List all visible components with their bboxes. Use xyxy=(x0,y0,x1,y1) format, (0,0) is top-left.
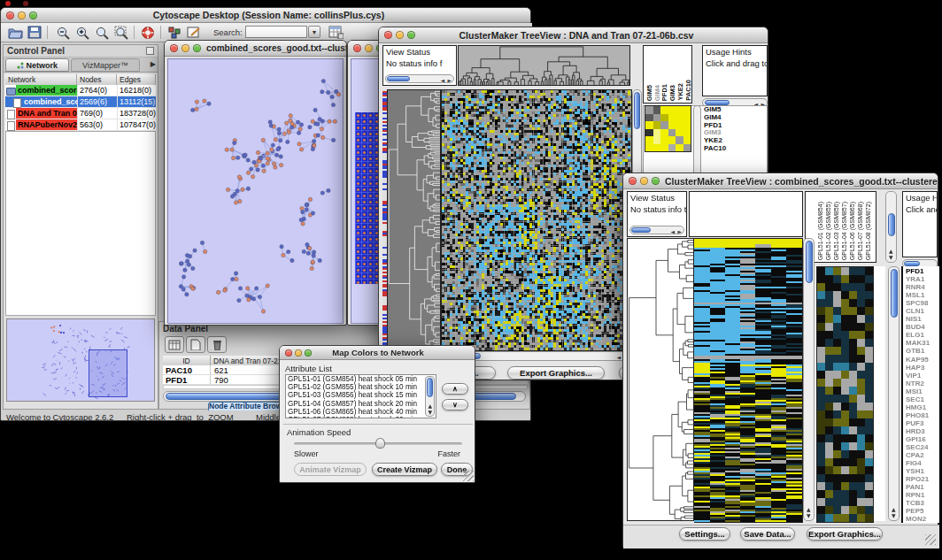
attribute-list-item[interactable]: GPL51-01 (GSM854) heat shock 05 min xyxy=(286,375,436,383)
network-list-row[interactable]: DNA and Tran 07769(0)183728(0) xyxy=(5,108,156,119)
zoom-fit-icon[interactable] xyxy=(93,24,111,41)
network-list-row[interactable]: combined_scores2764(0)16218(0) xyxy=(5,85,156,96)
delete-attribute-icon[interactable] xyxy=(207,336,227,353)
attribute-list-item[interactable]: GPL51-04 (GSM857) heat shock 20 min xyxy=(286,400,436,408)
global-vscrollbar[interactable]: ▲▼ xyxy=(803,238,815,521)
dialog-titlebar[interactable]: Map Colors to Network xyxy=(280,346,475,360)
select-attributes-icon[interactable] xyxy=(165,336,184,353)
close-button[interactable] xyxy=(170,44,178,52)
export-graphics-button[interactable]: Export Graphics... xyxy=(507,366,605,380)
minimize-button[interactable] xyxy=(18,12,26,19)
animate-vizmapbutton[interactable]: Animate Vizmap xyxy=(294,463,367,476)
vizmapper-icon[interactable] xyxy=(166,24,183,41)
network-overview-panel[interactable] xyxy=(6,318,155,402)
view-status-label: View Status xyxy=(628,192,686,203)
matrix-cell xyxy=(668,114,676,122)
overview-viewport-rect[interactable] xyxy=(89,349,127,397)
treeview2-titlebar[interactable]: ClusterMaker TreeView : combined_scores_… xyxy=(623,173,938,189)
resize-grip[interactable] xyxy=(463,471,474,481)
attribute-list-scrollbar[interactable]: ▲▼ xyxy=(425,376,435,417)
matrix-cell xyxy=(653,144,661,152)
tab-overflow-arrow[interactable]: ▶ xyxy=(151,60,156,68)
treeview2-window: ClusterMaker TreeView : combined_scores_… xyxy=(622,173,938,548)
attribute-list-item[interactable]: GPL51-07 (GSM868) heat shock 60 min xyxy=(286,416,436,418)
array-tree-area[interactable] xyxy=(689,191,803,237)
map-colors-dialog: Map Colors to Network Attribute List GPL… xyxy=(279,345,475,483)
settings-button[interactable]: Settings... xyxy=(679,527,730,541)
close-button[interactable] xyxy=(384,31,392,39)
resize-grip[interactable] xyxy=(925,534,936,545)
global-heatmap[interactable] xyxy=(441,89,632,351)
zoom-vscrollbar[interactable]: ▲▼ xyxy=(888,266,900,521)
usage-hints-panel: Usage Hints Click and drag to xyxy=(702,45,768,96)
tab-vizmapper[interactable]: VizMapper™ xyxy=(71,58,140,72)
tab-network[interactable]: Network xyxy=(5,58,69,72)
attribute-table-icon[interactable] xyxy=(327,24,344,41)
close-button[interactable] xyxy=(6,12,14,19)
gene-label: PFD1 xyxy=(704,122,766,130)
view-status-scrollbar[interactable]: ◄► xyxy=(385,74,454,83)
minimize-button[interactable] xyxy=(640,177,648,185)
attribute-list-item[interactable]: GPL51-02 (GSM855) heat shock 10 min xyxy=(286,383,436,391)
zoom-heatmap-matrix[interactable] xyxy=(645,105,691,152)
main-titlebar[interactable]: Cytoscape Desktop (Session Name: collins… xyxy=(1,8,530,23)
new-attribute-icon[interactable] xyxy=(186,336,205,353)
gene-tree-dendrogram[interactable] xyxy=(627,238,694,521)
zoom-heatmap[interactable] xyxy=(816,266,874,523)
minimize-button[interactable] xyxy=(396,31,404,39)
node-attribute-browser-tab[interactable]: Node Attribute Brows xyxy=(208,402,282,410)
gene-label: MSI1 xyxy=(906,387,939,395)
network-list-row[interactable]: combined_sco2569(6)13112(15) xyxy=(5,96,156,108)
zoom-button[interactable] xyxy=(407,31,415,39)
move-down-button[interactable]: ∨ xyxy=(442,399,468,410)
attribute-listbox[interactable]: GPL51-01 (GSM854) heat shock 05 minGPL51… xyxy=(285,374,436,418)
move-up-button[interactable]: ∧ xyxy=(442,383,468,395)
zoom-selected-icon[interactable] xyxy=(112,24,130,41)
network-graph xyxy=(168,59,343,323)
gene-label: NIS1 xyxy=(906,315,939,323)
network-tree-area[interactable] xyxy=(5,131,156,316)
gene-label: YRA1 xyxy=(906,275,939,283)
column-label: GPL51-06 (GSM865) xyxy=(849,202,855,260)
network-name: DNA and Tran 07 xyxy=(16,108,77,119)
attribute-list-item[interactable]: GPL51-03 (GSM856) heat shock 15 min xyxy=(286,391,436,399)
zoom-button[interactable] xyxy=(652,177,660,185)
zoom-button[interactable] xyxy=(29,12,37,19)
close-button[interactable] xyxy=(629,177,637,185)
save-session-icon[interactable] xyxy=(26,24,43,41)
gene-label: PAN1 xyxy=(906,483,939,491)
gene-tree-dendrogram[interactable] xyxy=(387,89,441,349)
network-name: combined_sco xyxy=(22,96,77,107)
minimize-button[interactable] xyxy=(181,44,189,52)
zoom-button[interactable] xyxy=(305,349,312,357)
array-tree-dendrogram[interactable] xyxy=(458,45,630,86)
labels-vscrollbar[interactable]: ▲▼ xyxy=(885,191,897,263)
zoom-out-icon[interactable] xyxy=(54,24,72,41)
save-data-button[interactable]: Save Data... xyxy=(740,527,795,541)
slider-thumb[interactable] xyxy=(375,438,385,449)
search-input[interactable] xyxy=(245,26,307,38)
network-canvas[interactable] xyxy=(167,58,344,324)
minimize-button[interactable] xyxy=(365,44,373,52)
network-nodes-count: 2764(0) xyxy=(77,85,117,96)
close-button[interactable] xyxy=(353,44,361,52)
export-graphics-button[interactable]: Export Graphics... xyxy=(807,527,883,541)
zoom-button[interactable] xyxy=(193,44,201,52)
network-view-titlebar[interactable]: combined_scores_good.txt--cluste... xyxy=(165,41,346,57)
zoom-in-icon[interactable] xyxy=(73,24,91,41)
minimize-button[interactable] xyxy=(295,349,302,357)
create-vizmapbutton[interactable]: Create Vizmap xyxy=(372,463,437,476)
network-list-row[interactable]: RNAPuberNov2+!563(0)107847(0) xyxy=(5,119,156,131)
search-dropdown-button[interactable]: ▼ xyxy=(308,26,320,38)
help-ring-icon[interactable] xyxy=(139,24,157,41)
view-status-scrollbar[interactable]: ◄► xyxy=(629,226,684,234)
annotation-icon[interactable] xyxy=(185,24,203,41)
close-button[interactable] xyxy=(285,349,292,357)
float-panel-icon[interactable] xyxy=(146,47,154,55)
animation-speed-slider[interactable] xyxy=(294,442,462,445)
view-status-text: No status info f xyxy=(383,58,456,69)
global-heatmap[interactable] xyxy=(694,238,803,523)
treeview1-titlebar[interactable]: ClusterMaker TreeView : DNA and Tran 07-… xyxy=(379,27,768,43)
open-session-icon[interactable] xyxy=(6,24,24,41)
attribute-list-item[interactable]: GPL51-06 (GSM865) heat shock 40 min xyxy=(286,408,436,416)
